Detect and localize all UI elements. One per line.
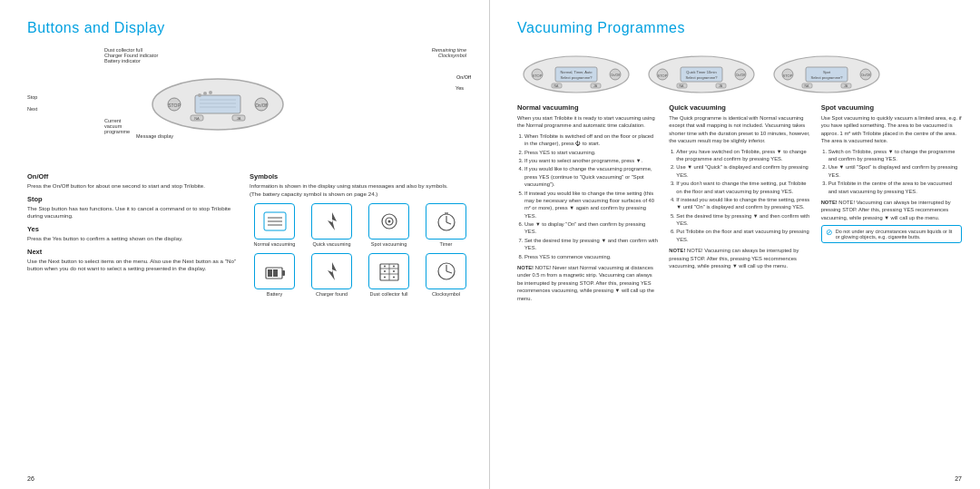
svg-text:Normal, Timer, Auto: Normal, Timer, Auto (560, 70, 593, 74)
svg-text:NÄ: NÄ (554, 84, 560, 88)
svg-text:JA: JA (237, 116, 241, 121)
svg-text:STOP: STOP (783, 73, 793, 78)
svg-point-39 (384, 270, 386, 272)
vac-device-1: STOP On/Off NÄ JA Normal, Timer, Auto Se… (517, 47, 635, 94)
spot-steps: Switch on Trilobite, press ▼ to change t… (821, 148, 962, 195)
svg-point-41 (384, 277, 386, 279)
label-onoff: On/Off (456, 74, 471, 80)
section-quick-vac: Quick vacuuming The Quick programme is i… (669, 103, 809, 302)
diagram-area: Stop Next Dust collector full Charger Fo… (27, 47, 471, 165)
svg-text:Select programme?: Select programme? (686, 75, 719, 80)
icon-spot: Spot vacuuming (364, 203, 414, 248)
vac-diagrams: STOP On/Off NÄ JA Normal, Timer, Auto Se… (517, 47, 962, 94)
svg-text:JA: JA (719, 84, 723, 88)
left-text-col: On/Off Press the On/Off button for about… (27, 172, 237, 304)
svg-text:JA: JA (844, 84, 848, 88)
right-title: Vacuuming Programmes (517, 20, 962, 36)
svg-point-14 (203, 92, 207, 95)
label-current: Current vacuum programme (104, 118, 130, 134)
svg-text:STOP: STOP (533, 73, 543, 78)
svg-text:NÄ: NÄ (680, 84, 685, 88)
section-normal-vac: Normal vacuuming When you start Trilobit… (517, 103, 658, 302)
svg-text:NÄ: NÄ (194, 116, 200, 121)
svg-rect-31 (273, 269, 278, 277)
svg-text:STOP: STOP (658, 73, 668, 78)
svg-text:Quick Timer 10min: Quick Timer 10min (686, 70, 716, 74)
icon-dust: Dust collector full (364, 253, 414, 298)
svg-point-38 (393, 266, 395, 268)
svg-text:Spot: Spot (823, 70, 831, 74)
page-right: Vacuuming Programmes STOP On/Off NÄ JA N… (490, 0, 980, 489)
svg-text:Select programme?: Select programme? (811, 75, 844, 80)
section-onoff: On/Off Press the On/Off button for about… (27, 172, 237, 191)
svg-marker-32 (328, 262, 337, 280)
spot-note: NOTE! NOTE! Vacuuming can always be inte… (821, 199, 962, 221)
svg-point-42 (393, 277, 395, 279)
svg-text:Select programme?: Select programme? (561, 75, 593, 80)
vac-device-3: STOP On/Off NÄ JA Spot Select programme? (768, 47, 886, 94)
label-stop: Stop (27, 94, 37, 100)
svg-point-15 (209, 91, 212, 94)
icon-normal: Normal vacuuming (250, 203, 299, 248)
left-title: Buttons and Display (27, 20, 471, 36)
svg-line-26 (446, 222, 451, 224)
vac-device-2: STOP On/Off NÄ JA Quick Timer 10min Sele… (642, 47, 760, 94)
label-remaining: Remaining time Clocksymbol (432, 47, 466, 58)
svg-point-37 (384, 266, 386, 268)
label-message: Message display (136, 133, 173, 139)
icons-row-2: Battery Charger found (250, 253, 471, 298)
section-yes: Yes Press the Yes button to confirm a se… (27, 225, 237, 243)
section-next: Next Use the Next button to select items… (27, 248, 237, 273)
svg-rect-30 (268, 269, 272, 277)
svg-point-13 (198, 93, 201, 97)
icon-clocksym: Clocksymbol (421, 253, 471, 298)
quick-steps: After you have switched on Trilobite, pr… (669, 148, 809, 244)
svg-text:NÄ: NÄ (805, 84, 810, 88)
svg-point-23 (387, 220, 390, 223)
quick-note: NOTE! NOTE! Vacuuming can always be inte… (669, 247, 809, 269)
warning-icon: ⊘ (826, 229, 833, 237)
left-content: On/Off Press the On/Off button for about… (27, 172, 471, 304)
icons-row-1: Normal vacuuming Quick vacuuming (250, 203, 471, 248)
section-stop: Stop The Stop button has two functions. … (27, 195, 237, 220)
label-yes: Yes (456, 85, 464, 91)
symbols-section: Symbols Information is shown in the disp… (250, 172, 471, 198)
page-num-right: 27 (955, 475, 962, 482)
warning-box: ⊘ Do not under any circumstances vacuum … (821, 225, 962, 243)
svg-text:On/Off: On/Off (861, 73, 870, 77)
svg-text:JA: JA (593, 84, 598, 88)
label-dust: Dust collector full Charger Found indica… (104, 47, 158, 64)
vac-text-grid: Normal vacuuming When you start Trilobit… (517, 103, 962, 302)
icon-quick: Quick vacuuming (307, 203, 357, 248)
svg-text:On/Off: On/Off (736, 73, 745, 77)
normal-note: NOTE! NOTE! Never start Normal vacuuming… (517, 264, 658, 302)
svg-line-45 (446, 271, 452, 273)
page-num-left: 26 (27, 475, 34, 482)
label-next: Next (27, 106, 37, 112)
icon-charger: Charger found (307, 253, 357, 298)
svg-text:STOP: STOP (168, 103, 181, 108)
svg-rect-29 (282, 270, 285, 276)
svg-point-40 (393, 270, 395, 272)
section-spot-vac: Spot vacuuming Use Spot vacuuming to qui… (821, 103, 962, 302)
svg-text:On/Off: On/Off (255, 103, 268, 108)
page-left: Buttons and Display Stop Next Dust colle… (0, 0, 490, 489)
svg-rect-1 (195, 95, 240, 113)
right-symbols-col: Symbols Information is shown in the disp… (250, 172, 471, 304)
svg-text:On/Off: On/Off (611, 73, 620, 77)
svg-marker-20 (328, 212, 337, 230)
device-diagram: STOP On/Off NÄ JA (145, 70, 290, 134)
icon-battery: Battery (250, 253, 299, 298)
icon-timer: Timer (421, 203, 471, 248)
normal-steps: When Trilobite is switched off and on th… (517, 132, 658, 260)
